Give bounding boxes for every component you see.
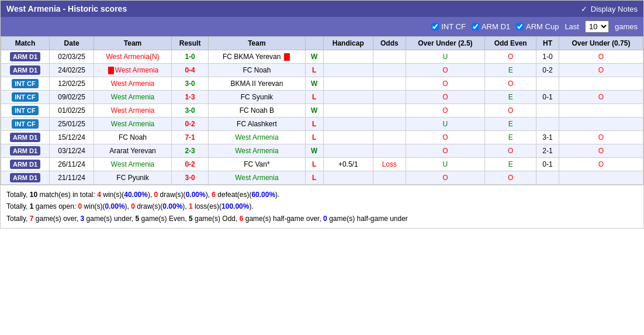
filter-bar: INT CF ARM D1 ARM Cup Last 5 10 15 20 25… [1,17,643,36]
team1-cell: West Armenia(N) [94,50,172,64]
team1-name: FC Pyunik [116,174,148,182]
result-score: 3-0 [185,106,195,115]
over-under-075-cell [559,104,643,118]
outcome-cell: L [305,171,323,185]
outcome-label: L [312,133,316,141]
odd-even-value: O [508,174,513,182]
team1-cell: FC Noah [94,131,172,144]
team2-name: FC Syunik [241,93,273,101]
total-wins: 4 [97,191,101,199]
col-ht: HT [536,37,559,50]
filter-int-cf-checkbox[interactable] [431,23,439,30]
result-cell: 0-2 [171,118,208,131]
over-under-075-cell: O [559,50,643,64]
odd-even-value: E [508,93,513,101]
team2-cell: West Armenia [209,144,305,158]
team1-name: West Armenia [111,120,154,128]
over-under-075-cell: O [559,131,643,144]
filter-arm-cup-checkbox[interactable] [516,23,524,30]
outcome-label: L [312,120,316,128]
filter-arm-d1-label: ARM D1 [482,22,510,31]
outcome-label: L [312,66,316,74]
over-under-value: O [442,80,448,88]
league-badge: ARM D1 [1,171,50,185]
ht-cell [536,77,559,91]
col-over-under-075: Over Under (0.75) [559,37,643,50]
open-draws: 0 [131,202,135,210]
footer-line3: Totally, 7 game(s) over, 3 game(s) under… [6,213,638,225]
table-row: ARM D1 03/12/24 Ararat Yerevan 2-3 West … [1,144,643,158]
filter-arm-d1[interactable]: ARM D1 [472,22,510,31]
team2-cell: West Armenia [209,171,305,185]
team2-cell: FC Alashkert [209,118,305,131]
match-date: 12/02/25 [50,77,94,91]
team1-name: FC Noah [119,133,147,141]
handicap-cell [323,118,373,131]
table-row: ARM D1 24/02/25 West Armenia 0-4 FC Noah… [1,64,643,77]
total-wins-pct: 40.00% [124,191,148,199]
badge-label: INT CF [12,119,38,129]
match-date: 21/11/24 [50,171,94,185]
over-under-value: U [443,160,448,168]
filter-arm-cup[interactable]: ARM Cup [516,22,559,31]
odds-cell [373,77,406,91]
team2-cell: FC BKMA Yerevan [209,50,305,64]
result-cell: 3-0 [171,171,208,185]
team2-name: FC Alashkert [237,120,277,128]
team1-name: West Armenia [111,80,154,88]
result-score: 7-1 [185,133,195,141]
display-notes-check[interactable]: ✓ [581,5,587,13]
team1-cell: West Armenia [94,158,172,171]
match-date: 26/11/24 [50,158,94,171]
odds-cell [373,144,406,158]
col-over-under-25: Over Under (2.5) [406,37,485,50]
team1-cell: Ararat Yerevan [94,144,172,158]
over-under-value: O [442,174,448,182]
result-score: 0-4 [185,66,195,74]
over-under-value: O [442,133,448,141]
odds-cell [373,64,406,77]
result-cell: 3-0 [171,104,208,118]
over-under-25-cell: U [406,158,485,171]
over-under-value: O [442,93,448,101]
match-date: 24/02/25 [50,64,94,77]
outcome-label: L [312,174,316,182]
game-under: 3 [81,215,85,223]
total-defeats-pct: 60.00% [251,191,275,199]
table-row: ARM D1 02/03/25 West Armenia(N) 1-0 FC B… [1,50,643,64]
ht-cell: 1-0 [536,50,559,64]
ht-cell [536,104,559,118]
team2-name: West Armenia [235,133,278,141]
handicap-cell [323,131,373,144]
table-row: ARM D1 15/12/24 FC Noah 7-1 West Armenia… [1,131,643,144]
league-badge: ARM D1 [1,64,50,77]
odd-even-cell: E [485,91,536,104]
open-wins-pct: 0.00% [105,202,125,210]
filter-int-cf[interactable]: INT CF [431,22,466,31]
table-row: ARM D1 26/11/24 West Armenia 0-2 FC Van*… [1,158,643,171]
odd-even-cell: E [485,64,536,77]
team1-name: Ararat Yerevan [109,147,155,155]
last-games-select[interactable]: 5 10 15 20 25 [585,20,609,33]
odd-even-value: O [508,147,513,155]
team2-name: BKMA II Yerevan [230,80,283,88]
outcome-cell: L [305,158,323,171]
badge-label: ARM D1 [10,52,40,61]
result-cell: 1-0 [171,50,208,64]
odd-even-cell: O [485,50,536,64]
open-draws-pct: 0.00% [162,202,182,210]
handicap-cell [323,91,373,104]
match-date: 25/01/25 [50,118,94,131]
red-card-icon [284,53,290,61]
filter-arm-d1-checkbox[interactable] [472,23,479,30]
over-under-075-cell [559,77,643,91]
team1-name: West Armenia [107,66,158,74]
outcome-label: L [312,160,316,168]
over-under-25-cell: U [406,118,485,131]
footer: Totally, 10 match(es) in total: 4 win(s)… [1,185,643,228]
match-date: 03/12/24 [50,144,94,158]
outcome-cell: W [305,144,323,158]
outcome-cell: L [305,64,323,77]
team2-name: FC Van* [244,160,269,168]
odd-even-cell: E [485,131,536,144]
